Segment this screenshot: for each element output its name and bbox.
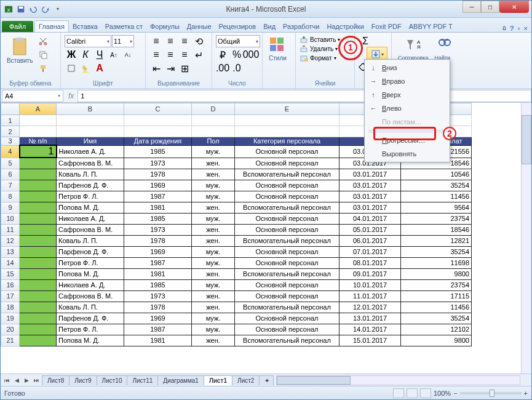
cell-number[interactable] [20,335,57,346]
cell-sex[interactable]: жен. [192,268,235,279]
cell-name[interactable]: Коваль Л. П. [57,235,124,246]
row-header-7[interactable]: 7 [1,180,20,191]
row-header-3[interactable]: 3 [1,137,20,146]
cell[interactable] [192,126,235,137]
row-header-12[interactable]: 12 [1,235,20,246]
fx-icon[interactable]: fx [65,92,77,100]
cell-category[interactable]: Основной персонал [235,246,339,257]
cell-date[interactable]: 09.01.2017 [339,268,401,279]
fill-menu-item[interactable]: ↑Вверх [366,88,448,102]
row-header-8[interactable]: 8 [1,191,20,202]
cell-category[interactable]: Основной персонал [235,313,339,324]
window-restore-icon[interactable]: ▫ [518,25,520,32]
cell-sex[interactable]: жен. [192,302,235,313]
sheet-tab[interactable]: Лист8 [42,375,69,385]
cell-sex[interactable]: муж. [192,180,235,191]
cell[interactable] [192,115,235,126]
zoom-in-icon[interactable]: + [524,390,528,397]
close-button[interactable]: ✕ [499,1,529,13]
cell-year[interactable]: 1969 [124,180,192,191]
cell-pay[interactable]: 35254 [401,313,472,324]
cell-year[interactable]: 1973 [124,224,192,235]
autosum-icon[interactable]: Σ [359,35,372,47]
tab-developer[interactable]: Разработчи [279,21,323,32]
tab-foxit[interactable]: Foxit PDF [368,21,405,32]
cell-pay[interactable]: 11456 [401,302,472,313]
cell-number[interactable] [20,202,57,213]
cell-number[interactable] [20,224,57,235]
cell-year[interactable]: 1985 [124,279,192,290]
cell-sex[interactable]: муж. [192,257,235,268]
cell[interactable] [124,115,192,126]
cell-sex[interactable]: муж. [192,324,235,335]
font-size-combo[interactable]: 11▾ [112,35,134,47]
increase-decimal-icon[interactable]: .00 [216,62,229,74]
cell-pay[interactable]: 23754 [401,213,472,224]
cell-name[interactable]: Петров Ф. Л. [57,257,124,268]
cell-name[interactable]: Николаев А. Д. [57,145,124,158]
cell-year[interactable]: 1973 [124,158,192,169]
cell-pay[interactable]: 9800 [401,268,472,279]
cell-year[interactable]: 1973 [124,290,192,302]
sheet-tab[interactable]: Лист1 [204,375,232,385]
fill-menu-item[interactable]: →Вправо [366,74,448,88]
view-normal-icon[interactable] [393,388,404,398]
cell-date[interactable]: 12.01.2017 [339,302,401,313]
cell-sex[interactable]: жен. [192,235,235,246]
cell[interactable] [235,115,339,126]
row-header-2[interactable]: 2 [1,126,20,137]
minimize-button[interactable]: ─ [463,1,481,13]
row-header-21[interactable]: 21 [1,335,20,346]
cell[interactable] [57,126,124,137]
row-header-20[interactable]: 20 [1,324,20,335]
cell-number[interactable] [20,180,57,191]
cell-pay[interactable]: 11456 [401,191,472,202]
fill-menu-item[interactable]: ←Влево [366,102,448,115]
cell-number[interactable] [20,313,57,324]
cell[interactable] [57,115,124,126]
tab-formulas[interactable]: Формулы [146,21,183,32]
qat-customize-icon[interactable]: ▾ [52,4,63,15]
cell-name[interactable]: Сафронова В. М. [57,158,124,169]
cell-date[interactable]: 03.01.2017 [339,191,401,202]
cell-name[interactable]: Николаев А. Д. [57,279,124,290]
cell-name[interactable]: Сафронова В. М. [57,290,124,302]
align-top-icon[interactable]: ≡ [149,35,163,47]
number-format-combo[interactable]: Общий▾ [216,35,260,47]
cell-number[interactable] [20,191,57,202]
row-header-6[interactable]: 6 [1,169,20,180]
cell-number[interactable] [20,213,57,224]
cell-category[interactable]: Основной персонал [235,224,339,235]
cell-year[interactable]: 1985 [124,213,192,224]
percent-icon[interactable]: % [230,49,244,61]
sort-filter-button[interactable]: AЯ Сортировка [395,35,431,62]
shrink-font-icon[interactable]: A↓ [121,49,135,61]
wrap-text-icon[interactable]: ↵ [192,49,205,61]
align-middle-icon[interactable]: ≡ [164,35,177,47]
sheet-nav-first-icon[interactable]: ⏮ [2,375,12,385]
decrease-indent-icon[interactable]: ⇤ [149,62,163,74]
cell-name[interactable]: Парфенов Д. Ф. [57,246,124,257]
cell-sex[interactable]: муж. [192,145,235,158]
cell-sex[interactable]: жен. [192,169,235,180]
cell-year[interactable]: 1978 [124,169,192,180]
sheet-tab[interactable]: Лист9 [69,375,97,385]
cell-date[interactable]: 13.01.2017 [339,313,401,324]
cell-name[interactable]: Петров Ф. Л. [57,191,124,202]
row-header-10[interactable]: 10 [1,213,20,224]
cell-sex[interactable]: жен. [192,158,235,169]
table-header[interactable]: Категория персонала [235,137,339,146]
cell-date[interactable]: 06.01.2017 [339,235,401,246]
cell-year[interactable]: 1987 [124,324,192,335]
col-header-A[interactable]: A [20,103,57,115]
sheet-tab[interactable]: Диаграмма1 [157,375,204,385]
styles-button[interactable]: Стили [266,35,289,63]
fill-menu-item[interactable]: Выровнять [366,147,448,161]
cell-sex[interactable]: жен. [192,290,235,302]
cell-date[interactable]: 15.01.2017 [339,335,401,346]
formula-input[interactable]: 1 [77,90,531,102]
cell-sex[interactable]: муж. [192,279,235,290]
cell-number[interactable] [20,158,57,169]
col-header-B[interactable]: B [57,103,124,115]
cell-year[interactable]: 1978 [124,235,192,246]
